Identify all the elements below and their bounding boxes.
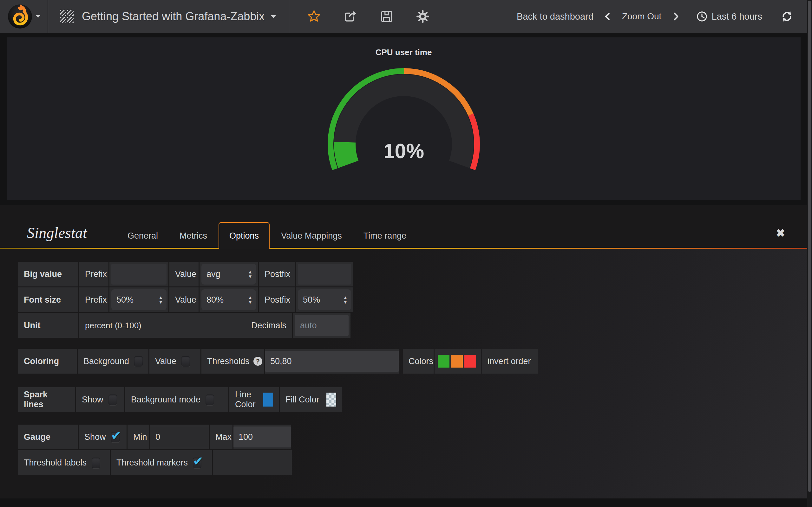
spark-show-label: Show	[82, 395, 103, 405]
refresh-icon[interactable]	[780, 10, 793, 23]
help-icon[interactable]: ?	[253, 357, 262, 366]
unit-cell: percent (0-100) Decimals	[79, 313, 292, 338]
threshold-options-row: Threshold labels Threshold markers	[18, 450, 807, 475]
gauge-show-cell: Show	[79, 425, 126, 449]
editor-options-body: Big value Prefix Value avg ▴▾ Postfix	[0, 249, 807, 498]
back-to-dashboard-button[interactable]: Back to dashboard	[517, 11, 594, 22]
grafana-logo-menu[interactable]	[0, 0, 48, 33]
prefix-size-cell: 50% ▴▾	[109, 287, 168, 312]
thresholds-input[interactable]	[265, 351, 399, 372]
value-size-cell: 80% ▴▾	[200, 287, 258, 312]
threshold-labels-checkbox[interactable]	[92, 458, 100, 468]
line-color-label: Line Color	[235, 390, 259, 409]
threshold-color-swatch-orange[interactable]	[451, 355, 463, 368]
unit-row: Unit percent (0-100) Decimals	[18, 313, 807, 338]
spark-show-cell: Show	[76, 387, 124, 412]
fill-color-label: Fill Color	[286, 395, 319, 405]
postfix-size-cell: 50% ▴▾	[296, 287, 353, 312]
prefix-size-select[interactable]: 50% ▴▾	[111, 289, 166, 310]
threshold-labels-label: Threshold labels	[24, 458, 87, 468]
fill-color-cell: Fill Color	[280, 387, 342, 412]
line-color-swatch[interactable]	[263, 393, 273, 406]
scrollbar[interactable]	[807, 0, 812, 507]
gear-icon[interactable]	[416, 10, 429, 23]
decimals-input-cell	[293, 313, 351, 338]
value-function-cell: avg ▴▾	[200, 262, 258, 286]
prefix-input-cell	[109, 262, 168, 286]
background-checkbox[interactable]	[134, 356, 143, 367]
postfix-size-select[interactable]: 50% ▴▾	[298, 289, 351, 310]
time-shift-right-button[interactable]	[671, 11, 680, 22]
threshold-color-swatch-green[interactable]	[438, 355, 450, 368]
gauge-label: Gauge	[18, 425, 78, 449]
star-icon[interactable]	[307, 9, 321, 23]
postfix-input-cell	[296, 262, 353, 286]
invert-order-cell: invert order	[482, 349, 538, 374]
select-spinner-icon: ▴▾	[159, 295, 162, 304]
tab-value-mappings[interactable]: Value Mappings	[271, 231, 352, 249]
logo-caret-down-icon	[36, 15, 40, 18]
threshold-markers-checkbox[interactable]	[193, 458, 201, 468]
time-picker-button[interactable]: Last 6 hours	[696, 11, 762, 22]
colors-label: Colors	[403, 349, 434, 374]
threshold-labels-cell: Threshold labels	[18, 450, 110, 475]
gauge-row: Gauge Show Min Max	[18, 425, 807, 449]
share-icon[interactable]	[344, 10, 357, 23]
close-editor-icon[interactable]: ✖	[776, 228, 785, 238]
threshold-color-swatch-red[interactable]	[464, 355, 476, 368]
time-shift-left-button[interactable]	[603, 11, 612, 22]
postfix-label: Postfix	[259, 262, 295, 286]
dashboard-actions	[289, 0, 429, 33]
editor-header: Singlestat General Metrics Options Value…	[0, 205, 807, 249]
dashboard-grid-icon	[60, 10, 73, 23]
singlestat-panel: CPU user time 10%	[7, 38, 801, 200]
background-mode-label: Background mode	[131, 395, 200, 405]
grafana-logo-icon	[7, 4, 33, 29]
panel-title[interactable]: CPU user time	[7, 38, 801, 57]
min-input[interactable]	[150, 427, 209, 447]
coloring-background-cell: Background	[78, 349, 148, 374]
empty-cell	[213, 450, 292, 475]
prefix-label: Prefix	[79, 262, 108, 286]
title-caret-down-icon	[271, 15, 276, 18]
gauge-show-label: Show	[84, 432, 106, 442]
navbar-right: Back to dashboard Zoom Out Last 6 hours	[517, 10, 807, 23]
value-function-select[interactable]: avg ▴▾	[201, 264, 256, 285]
max-input[interactable]	[234, 427, 291, 447]
fill-color-swatch[interactable]	[326, 393, 336, 406]
big-value-label: Big value	[18, 262, 78, 286]
editor-tabs: General Metrics Options Value Mappings T…	[117, 205, 417, 249]
tab-metrics[interactable]: Metrics	[169, 231, 217, 249]
prefix-size-label: Prefix	[79, 287, 108, 312]
background-mode-checkbox[interactable]	[206, 395, 214, 405]
zoom-out-button[interactable]: Zoom Out	[622, 11, 661, 21]
navbar: Getting Started with Grafana-Zabbix	[0, 0, 807, 33]
gauge-show-checkbox[interactable]	[111, 432, 119, 442]
scrollbar-thumb[interactable]	[808, 1, 811, 492]
tab-general[interactable]: General	[117, 231, 168, 249]
thresholds-input-cell	[265, 349, 399, 374]
font-size-row: Font size Prefix 50% ▴▾ Value 80% ▴▾ Pos…	[18, 287, 807, 312]
panel-editor: Singlestat General Metrics Options Value…	[0, 205, 807, 498]
value-label: Value	[169, 262, 199, 286]
unit-label: Unit	[18, 313, 78, 338]
min-input-cell	[150, 425, 209, 449]
time-range-label: Last 6 hours	[711, 11, 762, 22]
decimals-input[interactable]	[295, 315, 349, 336]
invert-order-button[interactable]: invert order	[488, 356, 531, 366]
tab-options[interactable]: Options	[218, 222, 270, 249]
value-checkbox[interactable]	[182, 356, 190, 367]
select-spinner-icon: ▴▾	[249, 269, 252, 279]
max-input-cell	[234, 425, 291, 449]
colors-swatches-cell	[435, 349, 481, 374]
spark-show-checkbox[interactable]	[108, 395, 117, 405]
unit-value-dropdown[interactable]: percent (0-100)	[85, 321, 142, 331]
tab-time-range[interactable]: Time range	[353, 231, 417, 249]
big-value-prefix-input[interactable]	[111, 264, 166, 285]
big-value-row: Big value Prefix Value avg ▴▾ Postfix	[18, 262, 807, 286]
dashboard-title-dropdown[interactable]: Getting Started with Grafana-Zabbix	[60, 10, 276, 23]
value-size-select[interactable]: 80% ▴▾	[201, 289, 256, 310]
big-value-postfix-input[interactable]	[298, 264, 351, 285]
spark-lines-label: Spark lines	[18, 387, 75, 412]
save-icon[interactable]	[380, 10, 393, 23]
